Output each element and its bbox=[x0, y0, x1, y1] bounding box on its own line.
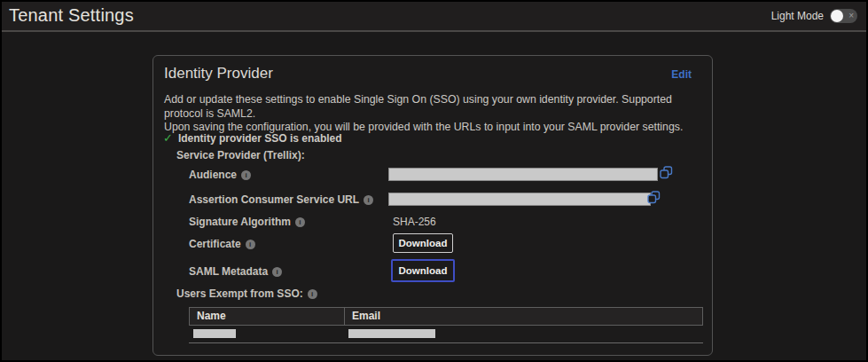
info-icon[interactable] bbox=[308, 289, 317, 299]
page-title: Tenant Settings bbox=[9, 5, 134, 26]
audience-label-text: Audience bbox=[189, 169, 237, 181]
top-bar: Tenant Settings Light Mode × bbox=[2, 2, 866, 32]
light-mode-toggle[interactable]: × bbox=[830, 9, 857, 23]
certificate-label-text: Certificate bbox=[189, 238, 241, 250]
name-value-redacted bbox=[193, 329, 236, 338]
certificate-download-button[interactable]: Download bbox=[393, 233, 453, 253]
info-icon[interactable] bbox=[364, 195, 373, 205]
sso-status-text: Identity provider SSO is enabled bbox=[178, 132, 342, 145]
users-exempt-table: Name Email bbox=[189, 307, 703, 343]
copy-icon[interactable] bbox=[647, 191, 661, 208]
green-check-icon: ✓ bbox=[163, 131, 173, 145]
saml-metadata-label: SAML Metadata bbox=[189, 265, 282, 278]
toggle-off-icon: × bbox=[848, 10, 854, 22]
light-mode-control: Light Mode × bbox=[771, 2, 857, 30]
saml-metadata-label-text: SAML Metadata bbox=[189, 265, 268, 278]
service-provider-heading: Service Provider (Trellix): bbox=[176, 149, 305, 161]
panel-title: Identity Provider bbox=[164, 65, 273, 83]
acs-url-value-redacted bbox=[388, 193, 651, 206]
app-window: Tenant Settings Light Mode × Identity Pr… bbox=[0, 0, 868, 362]
table-header-row: Name Email bbox=[189, 307, 703, 326]
info-icon[interactable] bbox=[241, 170, 251, 180]
users-exempt-label-text: Users Exempt from SSO: bbox=[176, 287, 303, 300]
audience-label: Audience bbox=[189, 169, 251, 181]
copy-icon[interactable] bbox=[660, 166, 673, 183]
description-line: Add or update these settings to enable S… bbox=[164, 93, 701, 121]
certificate-label: Certificate bbox=[189, 238, 255, 250]
users-exempt-label: Users Exempt from SSO: bbox=[176, 287, 317, 300]
column-header-email: Email bbox=[345, 308, 702, 325]
signature-algorithm-label: Signature Algorithm bbox=[189, 216, 305, 228]
email-value-redacted bbox=[348, 329, 435, 338]
info-icon[interactable] bbox=[272, 267, 282, 277]
audience-value-redacted bbox=[388, 168, 658, 181]
light-mode-label: Light Mode bbox=[771, 10, 824, 22]
column-header-name: Name bbox=[190, 308, 345, 325]
acs-url-label: Assertion Consumer Service URL bbox=[189, 193, 373, 206]
table-row bbox=[189, 326, 703, 343]
signature-algorithm-label-text: Signature Algorithm bbox=[189, 216, 291, 228]
info-icon[interactable] bbox=[246, 240, 255, 249]
toggle-knob-icon bbox=[831, 10, 843, 22]
sso-status: ✓ Identity provider SSO is enabled bbox=[163, 131, 342, 145]
acs-url-label-text: Assertion Consumer Service URL bbox=[189, 193, 359, 206]
edit-button[interactable]: Edit bbox=[671, 68, 692, 81]
identity-provider-panel: Identity Provider Edit Add or update the… bbox=[152, 55, 713, 356]
info-icon[interactable] bbox=[295, 217, 305, 227]
signature-algorithm-value: SHA-256 bbox=[393, 216, 436, 228]
saml-metadata-download-button[interactable]: Download bbox=[391, 259, 455, 282]
panel-description: Add or update these settings to enable S… bbox=[164, 93, 701, 135]
